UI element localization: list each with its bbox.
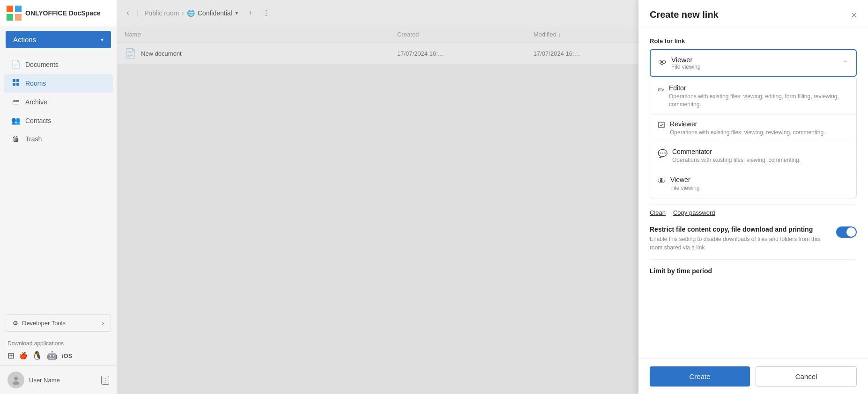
svg-rect-6 [13,83,15,86]
panel-title: Create new link [650,9,719,20]
create-link-panel: Create new link × Role for link 👁 Viewer… [638,0,868,394]
logo-icon [7,6,22,21]
restrict-setting-row: Restrict file content copy, file downloa… [650,226,857,260]
svg-point-8 [14,377,18,380]
panel-footer: Create Cancel [638,358,868,394]
role-option-editor[interactable]: ✏ Editor Operations with existing files:… [650,79,856,115]
svg-rect-3 [15,14,22,21]
viewer-icon: 👁 [658,58,667,68]
svg-rect-5 [16,79,19,82]
logo-text: ONLYOFFICE DocSpace [25,9,101,17]
archive-icon: 🗃 [11,98,21,106]
contacts-icon: 👥 [11,116,21,125]
sidebar-item-rooms[interactable]: Rooms [4,74,113,93]
sidebar: ONLYOFFICE DocSpace Actions ▾ 📄 Document… [0,0,117,394]
restrict-toggle[interactable] [836,226,857,238]
role-selector[interactable]: 👁 Viewer File viewing ⌃ [650,49,857,77]
svg-point-9 [13,381,19,385]
trash-icon: 🗑 [11,135,21,143]
svg-rect-1 [15,6,22,12]
sidebar-user: User Name ⋮ [0,365,117,394]
panel-header: Create new link × [638,0,868,28]
svg-rect-7 [16,83,19,86]
sidebar-item-trash[interactable]: 🗑 Trash [4,130,113,148]
main-content: ‹ | Public room › 🌐 Confidential ▾ + ⋮ 🔍… [117,0,868,394]
linux-icon[interactable]: 🐧 [32,350,42,361]
user-menu-button[interactable]: ⋮ [101,376,109,385]
panel-body: Role for link 👁 Viewer File viewing ⌃ ✏ [638,28,868,358]
role-dropdown: ✏ Editor Operations with existing files:… [650,79,857,198]
limit-time-label: Limit by time period [650,267,857,275]
sidebar-item-archive[interactable]: 🗃 Archive [4,93,113,111]
edit-icon: ✏ [658,85,664,95]
copy-password-button[interactable]: Copy password [673,209,715,216]
user-icon [11,375,21,385]
role-section-label: Role for link [650,37,857,44]
close-panel-button[interactable]: × [851,10,857,20]
actions-button[interactable]: Actions ▾ [6,31,111,48]
comment-icon: 💬 [658,149,668,159]
rooms-icon [11,79,21,88]
chevron-right-icon: › [102,320,104,327]
svg-rect-4 [13,79,15,82]
windows-icon[interactable]: ⊞ [7,350,15,361]
clean-button[interactable]: Clean [650,209,666,216]
download-section: Download applications ⊞ 🍎 🐧 🤖 iOS [0,336,117,365]
android-icon[interactable]: 🤖 [47,350,57,361]
create-button[interactable]: Create [650,366,750,387]
user-name: User Name [29,377,96,384]
chevron-down-icon: ▾ [101,36,104,43]
avatar [7,372,24,388]
macos-icon[interactable]: 🍎 [19,352,27,359]
svg-rect-0 [7,6,13,12]
role-option-reviewer[interactable]: Reviewer Operations with existing files:… [650,115,856,143]
download-icons: ⊞ 🍎 🐧 🤖 iOS [7,350,109,361]
svg-rect-2 [7,14,13,21]
view-icon: 👁 [658,177,666,186]
link-actions: Clean Copy password [650,204,857,216]
sidebar-item-documents[interactable]: 📄 Documents [4,55,113,73]
sidebar-nav: 📄 Documents Rooms 🗃 Archive 👥 Contacts [0,53,117,311]
developer-tools[interactable]: ⚙ Developer Tools › [6,314,111,332]
role-option-commentator[interactable]: 💬 Commentator Operations with existing f… [650,142,856,170]
cancel-button[interactable]: Cancel [756,366,857,387]
documents-icon: 📄 [11,60,21,69]
reviewer-icon [658,121,665,131]
selected-role: 👁 Viewer File viewing [658,56,701,70]
sidebar-item-contacts[interactable]: 👥 Contacts [4,111,113,130]
role-option-viewer[interactable]: 👁 Viewer File viewing [650,170,856,198]
chevron-up-icon: ⌃ [843,59,848,67]
logo: ONLYOFFICE DocSpace [0,0,117,26]
developer-icon: ⚙ [13,320,18,327]
ios-icon[interactable]: iOS [62,352,72,359]
